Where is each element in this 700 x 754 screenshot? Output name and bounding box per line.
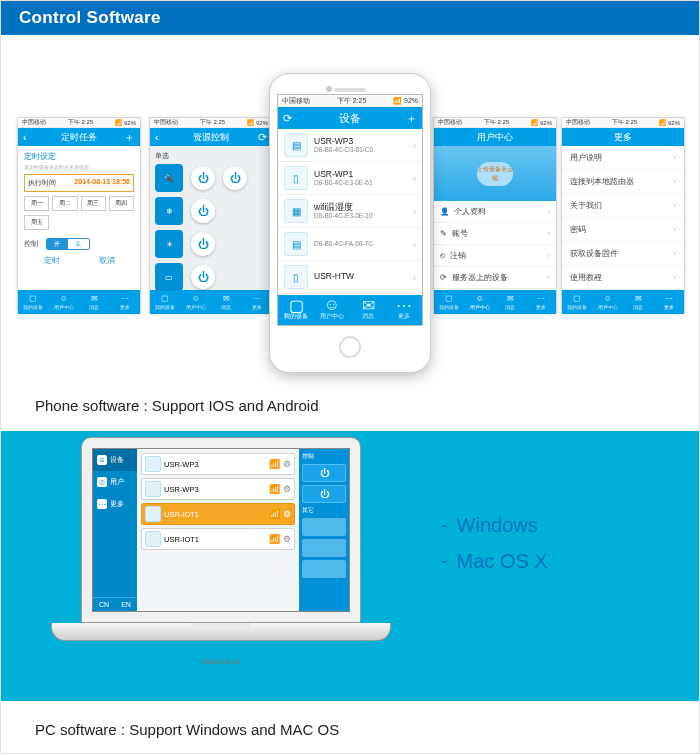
exec-time-field[interactable]: 执行时间 2014-08-13 18:56 xyxy=(24,174,134,192)
sidebar-item-more[interactable]: ⋯更多 xyxy=(93,493,137,515)
device-list-item[interactable]: ▯USR-WP1D8-B0-4C-E3-0E-61› xyxy=(278,162,422,195)
person-icon: 👤 xyxy=(440,207,449,216)
tab-devices[interactable]: ▢我的设备 xyxy=(434,290,465,314)
gear-icon[interactable]: ⚙ xyxy=(283,484,291,494)
refresh-icon[interactable]: ⟳ xyxy=(278,107,297,129)
list-item[interactable]: 用户说明› xyxy=(562,146,684,170)
gear-icon[interactable]: ⚙ xyxy=(283,509,291,519)
footer-cancel-button[interactable]: 取消 xyxy=(99,255,115,266)
edit-icon: ✎ xyxy=(440,229,447,238)
tab-more[interactable]: ⋯更多 xyxy=(654,290,685,314)
pc-power-button[interactable]: ⏻ xyxy=(302,464,346,482)
dots-icon: ⋯ xyxy=(97,499,107,509)
list-item[interactable]: 👤个人资料› xyxy=(434,201,556,223)
chevron-right-icon: › xyxy=(413,173,416,184)
tab-messages[interactable]: ✉消息 xyxy=(350,295,386,325)
device-list-item[interactable]: ▤D8-B0-4C-FA-68-7C› xyxy=(278,228,422,261)
chevron-right-icon: › xyxy=(673,225,676,234)
list-item[interactable]: ✎账号› xyxy=(434,223,556,245)
cloud-icon: 上传设备至云端 xyxy=(477,162,513,186)
pc-device-row[interactable]: USR-IOT1📶⚙ xyxy=(141,503,295,525)
add-icon[interactable]: ＋ xyxy=(119,128,140,146)
gear-icon[interactable]: ⚙ xyxy=(283,534,291,544)
earpiece-icon xyxy=(334,88,366,92)
pc-panel-block xyxy=(302,518,346,536)
pc-control-panel: 控制 ⏻ ⏻ 其它 xyxy=(299,449,349,611)
tab-more[interactable]: ⋯更多 xyxy=(526,290,557,314)
tv-icon[interactable]: ▭ xyxy=(155,263,183,291)
power-button[interactable]: ⏻ xyxy=(191,199,215,223)
lang-cn-button[interactable]: CN xyxy=(93,598,115,611)
home-button[interactable] xyxy=(339,336,361,358)
list-item[interactable]: 密码› xyxy=(562,218,684,242)
list-item[interactable]: 连接到本地路由器› xyxy=(562,170,684,194)
power-button[interactable]: ⏻ xyxy=(191,232,215,256)
tab-more[interactable]: ⋯更多 xyxy=(242,290,273,314)
chevron-right-icon: › xyxy=(673,177,676,186)
sidebar-item-devices[interactable]: ≡设备 xyxy=(93,449,137,471)
sun-icon[interactable]: ☀ xyxy=(155,230,183,258)
weekday-option[interactable]: 周三 xyxy=(81,196,106,211)
weekday-option[interactable]: 周四 xyxy=(109,196,134,211)
tab-messages[interactable]: ✉消息 xyxy=(79,290,110,314)
pc-power-button[interactable]: ⏻ xyxy=(302,485,346,503)
tab-user[interactable]: ☺用户中心 xyxy=(314,295,350,325)
pc-device-row[interactable]: USR-WP3📶⚙ xyxy=(141,478,295,500)
supported-os-list: - Windows - Mac OS X xyxy=(441,507,548,579)
power-button[interactable]: ⏻ xyxy=(191,265,215,289)
tab-devices[interactable]: ▢我的设备 xyxy=(18,290,49,314)
chevron-right-icon: › xyxy=(673,249,676,258)
tab-user[interactable]: ☺用户中心 xyxy=(593,290,624,314)
tab-user[interactable]: ☺用户中心 xyxy=(465,290,496,314)
device-list-item[interactable]: ▤USR-WP3D8-B0-4C-D3-81-C0› xyxy=(278,129,422,162)
sidebar-item-user[interactable]: ☺用户 xyxy=(93,471,137,493)
on-off-toggle[interactable]: 开 关 xyxy=(46,238,90,250)
device-list-item[interactable]: ▯USR-HTW› xyxy=(278,261,422,294)
tab-more[interactable]: ⋯更多 xyxy=(110,290,141,314)
chevron-right-icon: › xyxy=(413,272,416,283)
lang-en-button[interactable]: EN xyxy=(115,598,137,611)
tab-messages[interactable]: ✉消息 xyxy=(623,290,654,314)
footer-timer-button[interactable]: 定时 xyxy=(44,255,60,266)
device-thumb-icon xyxy=(145,481,161,497)
back-icon[interactable]: ‹ xyxy=(150,128,164,146)
chevron-right-icon: › xyxy=(413,239,416,250)
wifi-icon: 📶 xyxy=(269,534,280,544)
tab-devices[interactable]: ▢我的设备 xyxy=(562,290,593,314)
chevron-right-icon: › xyxy=(413,140,416,151)
snow-icon[interactable]: ❄ xyxy=(155,197,183,225)
weekday-option[interactable]: 周二 xyxy=(52,196,77,211)
tab-devices[interactable]: ▢我的设备 xyxy=(278,295,314,325)
add-icon[interactable]: ＋ xyxy=(401,107,422,129)
wifi-icon: 📶 xyxy=(269,509,280,519)
tab-user[interactable]: ☺用户中心 xyxy=(49,290,80,314)
laptop-base xyxy=(51,623,391,641)
list-item[interactable]: ⎋注销› xyxy=(434,245,556,267)
tab-devices[interactable]: ▢我的设备 xyxy=(150,290,181,314)
back-icon[interactable]: ‹ xyxy=(18,128,32,146)
pc-device-row[interactable]: USR-IOT1📶⚙ xyxy=(141,528,295,550)
list-item[interactable]: ⟳服务器上的设备› xyxy=(434,267,556,289)
chevron-right-icon: › xyxy=(548,207,551,216)
device-list-item[interactable]: ▦wifi温湿度D8-B0-4C-E3-0E-10› xyxy=(278,195,422,228)
power-button[interactable]: ⏻ xyxy=(191,166,215,190)
pc-device-row[interactable]: USR-WP3📶⚙ xyxy=(141,453,295,475)
list-item[interactable]: 关于我们› xyxy=(562,194,684,218)
tab-messages[interactable]: ✉消息 xyxy=(495,290,526,314)
app-screen-devices: 中国移动下午 2:25📶92% ⟳ 设备 ＋ ▤USR-WP3D8-B0-4C-… xyxy=(277,94,423,326)
front-camera-icon xyxy=(326,86,332,92)
power-button[interactable]: ⏻ xyxy=(223,166,247,190)
list-item[interactable]: 获取设备固件› xyxy=(562,242,684,266)
sync-icon: ⟳ xyxy=(440,273,447,282)
weekday-option[interactable]: 周五 xyxy=(24,215,49,230)
gear-icon[interactable]: ⚙ xyxy=(283,459,291,469)
device-thumb-icon: ▯ xyxy=(284,265,308,289)
bottom-nav: ▢我的设备 ☺用户中心 ✉消息 ⋯更多 xyxy=(18,290,140,314)
tab-more[interactable]: ⋯更多 xyxy=(386,295,422,325)
os-mac-label: Mac OS X xyxy=(457,550,548,572)
tab-messages[interactable]: ✉消息 xyxy=(211,290,242,314)
weekday-option[interactable]: 周一 xyxy=(24,196,49,211)
plug-icon[interactable]: 🔌 xyxy=(155,164,183,192)
tab-user[interactable]: ☺用户中心 xyxy=(181,290,212,314)
list-item[interactable]: 使用教程› xyxy=(562,266,684,290)
